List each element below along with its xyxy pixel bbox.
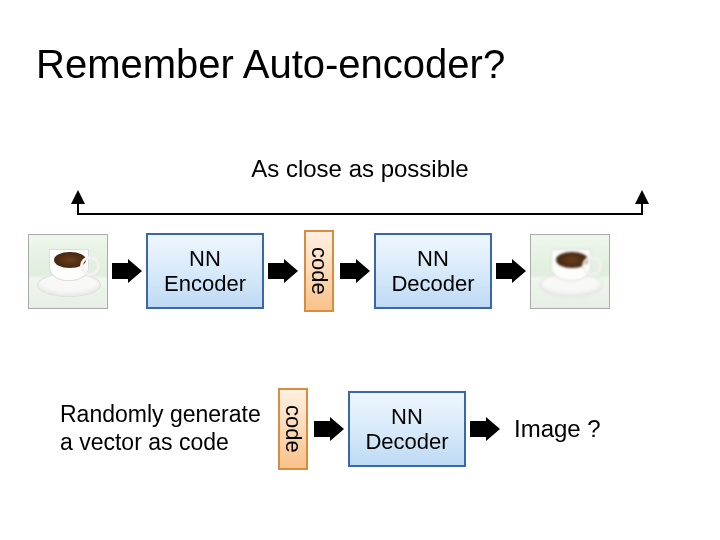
generator-row: Randomly generate a vector as code code … xyxy=(60,388,601,470)
code-label: code xyxy=(280,405,306,453)
arrow-right-icon xyxy=(312,415,346,443)
svg-marker-5 xyxy=(496,259,526,283)
random-vector-label: Randomly generate a vector as code xyxy=(60,401,270,456)
arrow-right-icon xyxy=(338,257,372,285)
slide-title: Remember Auto-encoder? xyxy=(36,42,505,87)
reconstructed-image xyxy=(530,234,610,309)
decoder-box: NN Decoder xyxy=(348,391,466,467)
code-label: code xyxy=(306,247,332,295)
decoder-label: NN Decoder xyxy=(391,246,474,297)
svg-marker-4 xyxy=(340,259,370,283)
comparison-caption: As close as possible xyxy=(0,155,720,183)
svg-marker-0 xyxy=(71,190,85,204)
output-question-label: Image ? xyxy=(514,415,601,443)
encoder-box: NN Encoder xyxy=(146,233,264,309)
svg-marker-7 xyxy=(470,417,500,441)
svg-marker-2 xyxy=(112,259,142,283)
encoder-label: NN Encoder xyxy=(164,246,246,297)
svg-marker-6 xyxy=(314,417,344,441)
svg-marker-3 xyxy=(268,259,298,283)
decoder-label: NN Decoder xyxy=(365,404,448,455)
autoencoder-row: NN Encoder code NN Decoder xyxy=(28,230,610,312)
input-image xyxy=(28,234,108,309)
comparison-double-arrow xyxy=(68,190,652,234)
arrow-right-icon xyxy=(110,257,144,285)
arrow-right-icon xyxy=(468,415,502,443)
decoder-box: NN Decoder xyxy=(374,233,492,309)
code-box: code xyxy=(278,388,308,470)
arrow-right-icon xyxy=(494,257,528,285)
arrow-right-icon xyxy=(266,257,300,285)
code-box: code xyxy=(304,230,334,312)
svg-marker-1 xyxy=(635,190,649,204)
